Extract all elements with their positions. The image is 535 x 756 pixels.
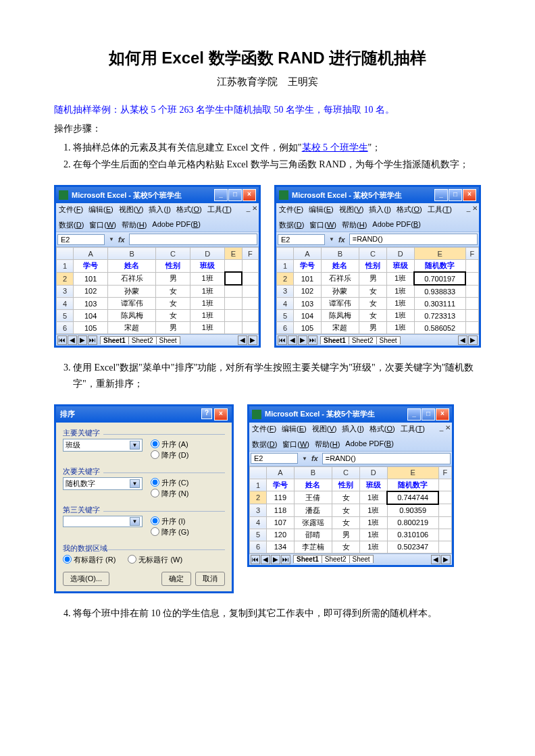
cell[interactable]: 103 — [74, 298, 108, 310]
sheet-tab[interactable]: Sheet1 — [100, 336, 129, 344]
cell[interactable]: 0.723313 — [414, 310, 465, 322]
row-header[interactable]: 3 — [57, 285, 74, 298]
cell[interactable]: 104 — [294, 310, 322, 322]
menu-item[interactable]: 插入(I) — [149, 205, 170, 215]
cell[interactable]: 1班 — [386, 298, 414, 310]
menu-item[interactable]: 插入(I) — [369, 205, 390, 215]
cell[interactable]: 李芷楠 — [294, 541, 332, 553]
menu-item[interactable]: 帮助(H) — [342, 220, 367, 230]
menu-item[interactable]: 格式(O) — [176, 205, 202, 215]
cell[interactable]: 0.700197 — [414, 272, 465, 285]
cell[interactable]: 潘磊 — [294, 504, 332, 517]
col-header[interactable]: C — [332, 466, 360, 479]
cell[interactable]: 女 — [359, 298, 387, 310]
cell[interactable]: 宋超 — [321, 322, 359, 334]
third-asc-radio[interactable]: 升序 (I) — [151, 516, 189, 527]
header-cell[interactable] — [225, 260, 242, 273]
cell[interactable]: 宋超 — [108, 322, 156, 334]
minimize-icon[interactable]: _ — [214, 189, 228, 201]
cell[interactable]: 1班 — [359, 541, 387, 553]
cell[interactable]: 1班 — [190, 310, 225, 322]
cell[interactable]: 陈凤梅 — [321, 310, 359, 322]
cell[interactable]: 女 — [155, 310, 190, 322]
header-cell[interactable]: 姓名 — [108, 260, 156, 273]
col-header[interactable]: B — [321, 248, 359, 260]
maximize-icon[interactable]: □ — [228, 189, 242, 201]
sheet-tab[interactable]: Sheet1 — [293, 555, 322, 563]
cell[interactable]: 女 — [359, 285, 387, 298]
header-cell[interactable]: 学号 — [267, 479, 295, 491]
third-desc-radio[interactable]: 降序 (G) — [151, 526, 189, 538]
row-header[interactable]: 4 — [277, 298, 294, 310]
secondary-key-combo[interactable]: 随机数字▼ — [63, 477, 143, 490]
row-header[interactable]: 3 — [277, 285, 294, 298]
cell[interactable]: 134 — [267, 541, 295, 553]
nav-next-icon[interactable]: ▶ — [271, 555, 280, 564]
cell[interactable]: 0.502347 — [387, 541, 438, 553]
cell[interactable]: 男 — [332, 529, 360, 541]
cell[interactable]: 男 — [155, 272, 190, 285]
menu-item[interactable]: 文件(F) — [252, 424, 276, 434]
row-header[interactable]: 1 — [250, 479, 267, 491]
menu-item[interactable]: 窗口(W) — [89, 220, 116, 230]
cell[interactable]: 107 — [267, 516, 295, 529]
name-box[interactable]: E2 — [278, 234, 325, 245]
nav-prev-icon[interactable]: ◀ — [68, 335, 77, 345]
header-cell[interactable]: 姓名 — [321, 260, 359, 273]
cell[interactable]: 王倩 — [294, 491, 332, 504]
cell[interactable]: 101 — [74, 272, 108, 285]
cell[interactable] — [225, 285, 242, 298]
header-cell[interactable]: 性别 — [332, 479, 360, 491]
nav-next-icon[interactable]: ▶ — [298, 335, 307, 345]
scroll-right-icon[interactable]: ▶ — [248, 335, 257, 345]
sheet-tab[interactable]: Sheet — [349, 555, 374, 563]
cell[interactable]: 103 — [294, 298, 322, 310]
formula-bar[interactable]: =RAND() — [349, 234, 478, 245]
scroll-left-icon[interactable]: ◀ — [431, 555, 440, 564]
nav-last-icon[interactable]: ⏭ — [281, 555, 290, 564]
cell[interactable]: 1班 — [190, 322, 225, 334]
cell[interactable]: 0.586052 — [414, 322, 465, 334]
cell[interactable] — [225, 272, 242, 285]
menu-item[interactable]: Adobe PDF(B) — [152, 220, 201, 230]
menu-item[interactable]: 插入(I) — [342, 424, 363, 434]
cell[interactable]: 1班 — [386, 310, 414, 322]
help-icon[interactable]: ? — [201, 408, 212, 419]
secondary-asc-radio[interactable]: 升序 (C) — [151, 477, 188, 489]
cell[interactable]: 104 — [74, 310, 108, 322]
menu-item[interactable]: Adobe PDF(B) — [372, 220, 421, 230]
menu-item[interactable]: 编辑(E) — [88, 205, 113, 215]
cell[interactable]: 1班 — [190, 285, 225, 298]
row-header[interactable]: 2 — [57, 272, 74, 285]
col-header[interactable]: E — [387, 466, 438, 479]
col-header[interactable]: B — [294, 466, 332, 479]
cell[interactable]: 女 — [332, 516, 360, 529]
minimize-icon[interactable]: _ — [407, 408, 421, 421]
cell[interactable]: 105 — [74, 322, 108, 334]
row-header[interactable]: 4 — [57, 298, 74, 310]
cell[interactable]: 1班 — [359, 491, 387, 504]
sheet-tab[interactable]: Sheet2 — [349, 336, 377, 344]
cell[interactable] — [225, 322, 242, 334]
chevron-down-icon[interactable]: ▼ — [329, 236, 334, 242]
menu-item[interactable]: 窗口(W) — [282, 439, 309, 450]
sheet-tab[interactable]: Sheet1 — [320, 336, 349, 344]
cell[interactable]: 1班 — [359, 516, 387, 529]
col-header[interactable]: A — [74, 248, 108, 260]
row-header[interactable]: 6 — [250, 541, 267, 553]
nav-first-icon[interactable]: ⏮ — [57, 335, 67, 345]
name-box[interactable]: E2 — [251, 453, 298, 464]
sheet-tab[interactable]: Sheet2 — [128, 336, 157, 344]
menu-corner[interactable]: _ ✕ — [440, 424, 451, 431]
name-box[interactable]: E2 — [57, 234, 105, 245]
menu-item[interactable]: 视图(V) — [119, 205, 144, 215]
chevron-down-icon[interactable]: ▼ — [302, 456, 307, 462]
cell[interactable]: 0.744744 — [387, 491, 438, 504]
menu-corner[interactable]: _ ✕ — [247, 205, 257, 212]
col-header[interactable]: A — [294, 248, 322, 260]
cell[interactable]: 0.90359 — [387, 504, 438, 517]
scroll-left-icon[interactable]: ◀ — [238, 335, 247, 345]
row-header[interactable]: 2 — [277, 272, 294, 285]
header-cell[interactable]: 姓名 — [294, 479, 332, 491]
col-header[interactable]: E — [225, 248, 242, 260]
